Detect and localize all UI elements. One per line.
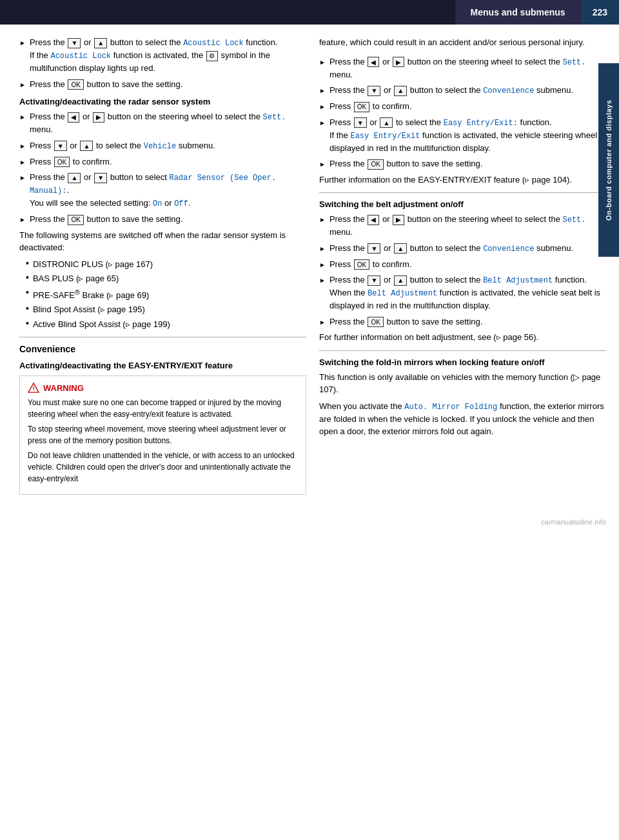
bullet-arrow-icon: ► — [19, 173, 26, 183]
list-item: • BAS PLUS (▹ page 65) — [26, 272, 306, 285]
bullet-arrow-icon: ► — [19, 38, 26, 48]
warning-title: ! WARNING — [28, 383, 298, 393]
ok-button-icon: OK — [68, 79, 83, 90]
dot-text: Blind Spot Assist (▹ page 195) — [33, 303, 145, 316]
easy-entry-note: Further information on the EASY-ENTRY/EX… — [319, 174, 606, 186]
page-footer: carmanualsoline.info — [0, 512, 619, 532]
bullet-arrow-icon: ► — [319, 244, 326, 254]
up-button-icon: ▲ — [394, 243, 407, 254]
dot-icon: • — [26, 259, 29, 268]
bullet-text: Press the OK button to save the setting. — [30, 213, 306, 226]
down-button-icon: ▼ — [54, 141, 67, 151]
on-label: On — [153, 199, 162, 208]
list-item: ► Press the ▼ or ▲ button to select the … — [319, 84, 606, 97]
up-button-icon: ▲ — [394, 275, 407, 286]
bullet-arrow-icon: ► — [319, 159, 326, 169]
down-button-icon: ▼ — [368, 86, 380, 96]
bullet-text: Press OK to confirm. — [329, 100, 606, 113]
right-button-icon: ▶ — [93, 112, 104, 123]
list-item: • PRE-SAFE® Brake (▹ page 69) — [26, 287, 306, 302]
bullet-arrow-icon: ► — [19, 112, 26, 122]
list-item: ► Press ▼ or ▲ to select the Vehicle sub… — [19, 139, 306, 152]
radar-note: The following systems are switched off w… — [19, 229, 306, 254]
acoustic-lock-label: Acoustic Lock — [183, 39, 244, 48]
bullet-arrow-icon: ► — [319, 215, 326, 225]
bullet-arrow-icon: ► — [319, 260, 326, 270]
bullet-text: Press the ◀ or ▶ button on the steering … — [329, 55, 606, 81]
bullet-text: Press OK to confirm. — [329, 258, 606, 271]
bullet-text: Press the OK button to save the setting. — [329, 157, 606, 170]
left-column: ► Press the ▼ or ▲ button to select the … — [19, 36, 306, 500]
easy-entry-heading: Activating/deactivating the EASY-ENTRY/E… — [19, 361, 306, 370]
up-button-icon: ▲ — [80, 141, 93, 151]
easy-entry-label2: Easy Entry/Exit — [350, 132, 420, 141]
ok-button-icon: OK — [368, 317, 383, 327]
main-content: ► Press the ▼ or ▲ button to select the … — [0, 25, 619, 512]
bullet-text: Press OK to confirm. — [30, 155, 306, 168]
left-button-icon: ◀ — [368, 215, 379, 225]
dot-icon: • — [26, 288, 29, 297]
warning-label: WARNING — [43, 383, 84, 393]
list-item: ► Press the ◀ or ▶ button on the steerin… — [19, 110, 306, 136]
left-button-icon: ◀ — [368, 57, 379, 67]
belt-note: For further information on belt adjustme… — [319, 331, 606, 344]
page-number: 223 — [581, 0, 619, 25]
list-item: ► Press the ▼ or ▲ button to select the … — [319, 242, 606, 255]
vehicle-label: Vehicle — [144, 142, 176, 151]
bullet-text: Press the ▼ or ▲ button to select the Co… — [329, 84, 606, 97]
easy-entry-label: Easy Entry/Exit: — [444, 119, 518, 128]
header-bar: Menus and submenus 223 — [0, 0, 619, 25]
belt-section-heading: Switching the belt adjustment on/off — [319, 199, 606, 209]
dot-text: Active Blind Spot Assist (▹ page 199) — [33, 318, 170, 331]
radar-section-heading: Activating/deactivating the radar sensor… — [19, 97, 306, 106]
dot-icon: • — [26, 273, 29, 282]
list-item: • Active Blind Spot Assist (▹ page 199) — [26, 318, 306, 331]
mirror-body: When you activate the Auto. Mirror Foldi… — [319, 400, 606, 438]
warning-continuation: feature, which could result in an accide… — [319, 36, 606, 49]
bullet-arrow-icon: ► — [19, 80, 26, 90]
bullet-text: Press the ▲ or ▼ button to select Radar … — [30, 171, 306, 210]
mirror-intro: This function is only available on vehic… — [319, 371, 606, 396]
mirror-section-heading: Switching the fold-in mirrors when locki… — [319, 357, 606, 367]
down-button-icon: ▼ — [94, 173, 107, 183]
page-wrapper: On-board computer and displays ► Press t… — [0, 25, 619, 512]
list-item: ► Press the OK button to save the settin… — [319, 157, 606, 170]
up-button-icon: ▲ — [394, 86, 407, 96]
off-label: Off — [174, 199, 188, 208]
ok-button-icon: OK — [354, 102, 369, 112]
ok-button-icon: OK — [354, 259, 369, 270]
acoustic-lock-label2: Acoustic Lock — [50, 52, 111, 61]
right-button-icon: ▶ — [393, 57, 404, 67]
list-item: ► Press the ◀ or ▶ button on the steerin… — [319, 55, 606, 81]
warning-body: You must make sure no one can become tra… — [28, 397, 298, 485]
side-tab-label: On-board computer and displays — [598, 63, 619, 257]
bullet-text: Press the ▼ or ▲ button to select the Co… — [329, 242, 606, 255]
ok-button-icon: OK — [54, 157, 70, 167]
warning-para-3: Do not leave children unattended in the … — [28, 450, 298, 485]
list-item: ► Press the ▲ or ▼ button to select Rada… — [19, 171, 306, 210]
dot-text: PRE-SAFE® Brake (▹ page 69) — [33, 287, 149, 302]
bullet-arrow-icon: ► — [319, 317, 326, 327]
belt-adj-label2: Belt Adjustment — [368, 289, 437, 298]
ok-button-icon: OK — [368, 159, 383, 170]
convenience-label2: Convenience — [483, 245, 534, 254]
list-item: ► Press OK to confirm. — [319, 100, 606, 113]
down-button-icon: ▼ — [368, 275, 380, 286]
bullet-text: Press the ◀ or ▶ button on the steering … — [329, 213, 606, 239]
bullet-text: Press the ▼ or ▲ button to select the Ac… — [30, 36, 306, 75]
bullet-arrow-icon: ► — [319, 86, 326, 95]
down-button-icon: ▼ — [354, 117, 367, 128]
warning-triangle-icon: ! — [28, 383, 39, 393]
dot-icon: • — [26, 304, 29, 313]
up-button-icon: ▲ — [68, 173, 81, 183]
section-divider — [319, 350, 606, 351]
list-item: • DISTRONIC PLUS (▹ page 167) — [26, 258, 306, 271]
dot-icon: • — [26, 319, 29, 328]
svg-text:!: ! — [33, 386, 35, 392]
dot-text: BAS PLUS (▹ page 65) — [33, 272, 119, 285]
down-button-icon: ▼ — [68, 38, 81, 48]
gear-symbol-icon: ⚙ — [206, 51, 218, 61]
list-item: ► Press the OK button to save the settin… — [319, 315, 606, 328]
warning-para-2: To stop steering wheel movement, move st… — [28, 423, 298, 446]
list-item: ► Press the OK button to save the settin… — [19, 78, 306, 91]
